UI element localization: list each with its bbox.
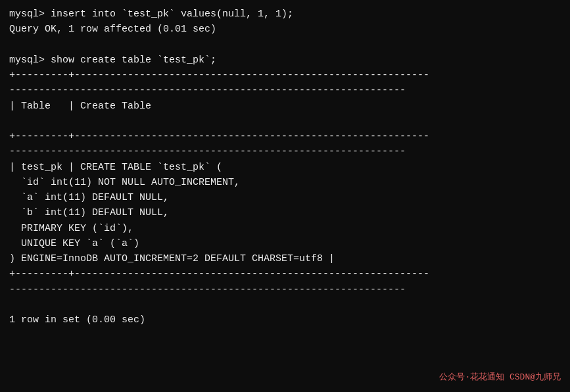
final-result: 1 row in set (0.00 sec) (9, 312, 561, 328)
table-divider-top-1: +---------+-----------------------------… (9, 68, 561, 83)
table-divider-bot-2: ----------------------------------------… (9, 282, 561, 297)
table-header-row: | Table | Create Table (9, 99, 561, 114)
table-divider-top-2: ----------------------------------------… (9, 83, 561, 98)
table-data-row-3: `a` int(11) DEFAULT NULL, (9, 190, 561, 205)
table-divider-mid-2: ----------------------------------------… (9, 144, 561, 159)
table-data-row-5: PRIMARY KEY (`id`), (9, 221, 561, 236)
watermark: 公众号·花花通知 CSDN@九师兄 (439, 371, 561, 383)
table-data-row-2: `id` int(11) NOT NULL AUTO_INCREMENT, (9, 175, 561, 190)
table-data-row-6: UNIQUE KEY `a` (`a`) (9, 236, 561, 251)
command-line-1: mysql> insert into `test_pk` values(null… (9, 7, 561, 22)
blank-line-1 (9, 37, 561, 53)
query-result-1: Query OK, 1 row affected (0.01 sec) (9, 22, 561, 37)
table-divider-bot-1: +---------+-----------------------------… (9, 266, 561, 282)
table-data-row-7: ) ENGINE=InnoDB AUTO_INCREMENT=2 DEFAULT… (9, 251, 561, 266)
table-data-row-1: | test_pk | CREATE TABLE `test_pk` ( (9, 160, 561, 175)
blank-line-2 (9, 114, 561, 129)
table-data-row-4: `b` int(11) DEFAULT NULL, (9, 205, 561, 220)
terminal-window: mysql> insert into `test_pk` values(null… (0, 0, 570, 392)
table-divider-mid-1: +---------+-----------------------------… (9, 129, 561, 144)
command-line-2: mysql> show create table `test_pk`; (9, 53, 561, 68)
blank-line-3 (9, 297, 561, 312)
